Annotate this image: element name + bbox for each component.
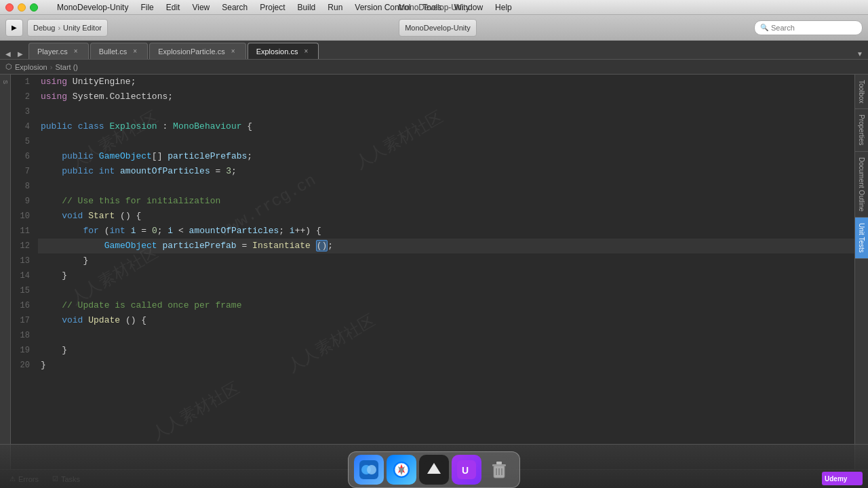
line-content-14: } (38, 268, 854, 283)
code-line-5: 5 (11, 134, 854, 149)
tabs-scroll[interactable]: ▼ (854, 48, 865, 59)
code-line-1: 1 using UnityEngine; (11, 75, 854, 89)
line-content-9: // Use this for initialization (38, 194, 854, 209)
code-line-8: 8 (11, 179, 854, 194)
dock: U (348, 451, 520, 488)
app-name-label: MonoDevelop-Unity (405, 24, 471, 32)
line-num-4: 4 (11, 119, 38, 134)
menu-run[interactable]: Run (322, 0, 348, 15)
line-content-19: } (38, 343, 854, 358)
line-num-6: 6 (11, 149, 38, 164)
menu-file[interactable]: File (135, 0, 159, 15)
minimize-button[interactable] (18, 3, 26, 12)
line-content-3 (38, 104, 854, 119)
dock-udemy[interactable]: U (452, 455, 481, 485)
line-num-5: 5 (11, 134, 38, 149)
tab-next-button[interactable]: ▶ (15, 48, 26, 59)
line-content-10: void Start () { (38, 209, 854, 224)
code-line-7: 7 public int amountOfParticles = 3; (11, 164, 854, 179)
tab-explosion-particle[interactable]: ExplosionParticle.cs × (149, 43, 245, 59)
svg-text:U: U (462, 465, 469, 476)
traffic-lights (5, 3, 38, 12)
menu-build[interactable]: Build (292, 0, 321, 15)
tab-close-bullet[interactable]: × (131, 47, 139, 56)
title-bar: MonoDevelop-Unity File Edit View Search … (0, 0, 868, 15)
menu-help[interactable]: Help (490, 0, 517, 15)
tab-close-explosion[interactable]: × (302, 47, 310, 56)
code-line-14: 14 } (11, 268, 854, 283)
line-num-9: 9 (11, 194, 38, 209)
line-num-1: 1 (11, 75, 38, 89)
tab-scroll-btn[interactable]: ▼ (854, 48, 865, 59)
search-input[interactable] (771, 24, 852, 32)
line-num-7: 7 (11, 164, 38, 179)
main-layout: S 人人素材社区 www.rrcg.cn 人人素材社区 人人素材社区 人人素材社… (0, 75, 868, 469)
breadcrumb-sep-1: › (58, 24, 60, 32)
code-line-2: 2 using System.Collections; (11, 89, 854, 104)
line-content-11: for (int i = 0; i < amountOfParticles; i… (38, 224, 854, 239)
line-num-14: 14 (11, 268, 38, 283)
dock-safari[interactable] (387, 455, 416, 485)
dock-unity[interactable] (419, 455, 449, 485)
app-menu-monodevelop[interactable]: MonoDevelop-Unity (52, 0, 134, 15)
code-line-9: 9 // Use this for initialization (11, 194, 854, 209)
code-lines: 1 using UnityEngine; 2 using System.Coll… (11, 75, 854, 373)
panel-toolbox[interactable]: Toolbox (855, 75, 868, 109)
panel-unit-tests[interactable]: Unit Tests (855, 218, 868, 259)
tab-close-player[interactable]: × (72, 47, 80, 56)
line-num-2: 2 (11, 89, 38, 104)
dock-trash[interactable] (484, 455, 514, 485)
tab-explosion[interactable]: Explosion.cs × (248, 43, 319, 59)
svg-point-2 (367, 465, 376, 474)
line-content-6: public GameObject[] particlePrefabs; (38, 149, 854, 164)
menu-search[interactable]: Search (216, 0, 253, 15)
play-button[interactable]: ▶ (5, 19, 23, 37)
code-line-3: 3 (11, 104, 854, 119)
breadcrumb-method[interactable]: Start () (55, 63, 78, 71)
debug-breadcrumb[interactable]: Debug › Unity Editor (27, 19, 108, 37)
maximize-button[interactable] (30, 3, 38, 12)
code-line-16: 16 // Update is called once per frame (11, 298, 854, 313)
unity-editor-label: Unity Editor (63, 24, 102, 32)
search-icon: 🔍 (760, 24, 768, 31)
window-title: MonoDevelop-Unity (398, 3, 469, 12)
line-num-15: 15 (11, 283, 38, 298)
line-num-8: 8 (11, 179, 38, 194)
tab-close-explosion-particle[interactable]: × (229, 47, 237, 56)
breadcrumb-class[interactable]: Explosion (15, 63, 47, 71)
line-num-17: 17 (11, 313, 38, 328)
tab-prev-button[interactable]: ◀ (3, 48, 14, 59)
left-gutter: S (0, 75, 11, 469)
code-line-17: 17 void Update () { (11, 313, 854, 328)
code-line-15: 15 (11, 283, 854, 298)
tabs-navigation: ◀ ▶ (3, 48, 26, 59)
code-line-10: 10 void Start () { (11, 209, 854, 224)
tab-label-explosion-particle: ExplosionParticle.cs (158, 47, 224, 56)
close-button[interactable] (5, 3, 14, 12)
solution-icon[interactable]: S (1, 77, 10, 87)
tab-bullet[interactable]: Bullet.cs × (90, 43, 149, 59)
menu-edit[interactable]: Edit (161, 0, 186, 15)
tab-player[interactable]: Player.cs × (28, 43, 89, 59)
menu-view[interactable]: View (186, 0, 215, 15)
code-line-6: 6 public GameObject[] particlePrefabs; (11, 149, 854, 164)
line-content-17: void Update () { (38, 313, 854, 328)
breadcrumb-nav: ⬡ Explosion › Start () (0, 60, 868, 75)
code-line-20: 20 } (11, 358, 854, 373)
panel-properties[interactable]: Properties (855, 109, 868, 152)
code-editor[interactable]: 人人素材社区 www.rrcg.cn 人人素材社区 人人素材社区 人人素材社区 … (11, 75, 854, 469)
code-line-18: 18 (11, 328, 854, 343)
line-content-12: GameObject particlePrefab = Instantiate … (38, 239, 854, 253)
menu-project[interactable]: Project (254, 0, 290, 15)
line-num-18: 18 (11, 328, 38, 343)
line-num-19: 19 (11, 343, 38, 358)
dock-finder[interactable] (354, 455, 384, 485)
panel-document-outline[interactable]: Document Outline (855, 152, 868, 218)
tab-label-player: Player.cs (37, 47, 68, 56)
line-content-2: using System.Collections; (38, 89, 854, 104)
svg-rect-14 (492, 464, 506, 466)
toolbar: ▶ Debug › Unity Editor MonoDevelop-Unity… (0, 15, 868, 41)
toolbar-search[interactable]: 🔍 (754, 20, 863, 35)
line-num-3: 3 (11, 104, 38, 119)
right-panels: Toolbox Properties Document Outline Unit… (854, 75, 868, 469)
